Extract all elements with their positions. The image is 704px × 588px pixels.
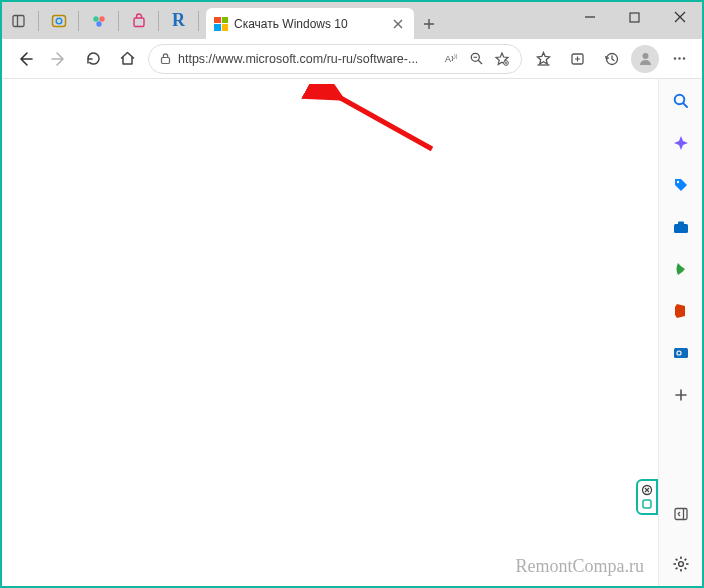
address-bar[interactable]: https://www.microsoft.com/ru-ru/software… <box>148 44 522 74</box>
page-viewport[interactable] <box>2 79 658 586</box>
favorites-button[interactable] <box>526 42 560 76</box>
menu-button[interactable] <box>662 42 696 76</box>
svg-line-43 <box>675 568 677 570</box>
svg-line-24 <box>337 96 432 149</box>
svg-rect-26 <box>643 500 651 508</box>
new-tab-button[interactable] <box>414 8 444 39</box>
svg-rect-2 <box>52 15 65 26</box>
sidebar-search-icon[interactable] <box>667 87 695 115</box>
svg-point-20 <box>642 53 648 59</box>
address-url: https://www.microsoft.com/ru-ru/software… <box>178 52 431 66</box>
svg-rect-0 <box>13 15 24 26</box>
annotation-arrow <box>282 84 442 164</box>
minimize-button[interactable] <box>567 2 612 32</box>
svg-rect-7 <box>134 18 144 27</box>
svg-rect-35 <box>675 509 687 520</box>
svg-point-5 <box>99 16 104 21</box>
separator <box>78 11 79 31</box>
pinned-app-icon[interactable] <box>82 3 115 39</box>
svg-point-36 <box>678 562 683 567</box>
avatar-icon <box>631 45 659 73</box>
pinned-bag-icon[interactable] <box>122 3 155 39</box>
sidebar-outlook-icon[interactable] <box>667 339 695 367</box>
separator <box>158 11 159 31</box>
tab-title: Скачать Windows 10 <box>234 17 348 31</box>
svg-point-34 <box>677 352 680 355</box>
maximize-button[interactable] <box>612 2 657 32</box>
home-button[interactable] <box>110 42 144 76</box>
svg-line-14 <box>478 60 482 64</box>
sidebar-settings-button[interactable] <box>667 550 695 578</box>
tab-actions-button[interactable] <box>2 3 35 39</box>
separator <box>198 11 199 31</box>
svg-point-29 <box>676 181 678 183</box>
lock-icon <box>159 52 172 65</box>
sidebar-games-icon[interactable] <box>667 255 695 283</box>
sidebar-tools-icon[interactable] <box>667 213 695 241</box>
sidebar-discover-icon[interactable] <box>667 129 695 157</box>
svg-rect-10 <box>162 58 170 64</box>
refresh-button[interactable] <box>76 42 110 76</box>
floating-badge[interactable] <box>636 479 658 515</box>
sidebar-collapse-button[interactable] <box>667 500 695 528</box>
pinned-mail-icon[interactable] <box>42 3 75 39</box>
profile-button[interactable] <box>628 42 662 76</box>
sidebar-office-icon[interactable] <box>667 297 695 325</box>
navigation-toolbar: https://www.microsoft.com/ru-ru/software… <box>2 39 702 79</box>
svg-text:A: A <box>445 54 451 64</box>
title-bar: R Скачать Windows 10 <box>2 2 702 39</box>
content-area <box>2 79 702 586</box>
separator <box>118 11 119 31</box>
browser-window: R Скачать Windows 10 <box>0 0 704 588</box>
svg-rect-9 <box>630 13 639 22</box>
svg-point-6 <box>96 21 101 26</box>
pinned-r-icon[interactable]: R <box>162 3 195 39</box>
history-button[interactable] <box>594 42 628 76</box>
svg-point-21 <box>673 57 675 59</box>
window-controls <box>567 2 702 39</box>
title-bar-left: R <box>2 2 202 39</box>
svg-line-42 <box>684 568 686 570</box>
tab-close-button[interactable] <box>390 16 406 32</box>
back-button[interactable] <box>8 42 42 76</box>
svg-rect-31 <box>678 222 684 225</box>
svg-line-44 <box>684 559 686 561</box>
svg-text:)): )) <box>454 53 458 59</box>
titlebar-drag-area[interactable] <box>444 2 567 39</box>
zoom-button[interactable] <box>463 42 489 76</box>
svg-point-3 <box>56 18 62 24</box>
edge-sidebar <box>658 79 702 586</box>
svg-line-41 <box>675 559 677 561</box>
microsoft-favicon <box>214 17 228 31</box>
separator <box>38 11 39 31</box>
svg-point-4 <box>93 16 98 21</box>
svg-line-28 <box>683 103 687 107</box>
svg-point-22 <box>678 57 680 59</box>
r-glyph: R <box>172 10 185 31</box>
sidebar-shopping-icon[interactable] <box>667 171 695 199</box>
read-aloud-button[interactable]: A)) <box>437 42 463 76</box>
favorite-star-button[interactable] <box>489 42 515 76</box>
watermark-text: RemontCompa.ru <box>516 556 645 577</box>
svg-rect-30 <box>674 224 688 233</box>
browser-tab-active[interactable]: Скачать Windows 10 <box>206 8 414 39</box>
close-button[interactable] <box>657 2 702 32</box>
svg-point-23 <box>682 57 684 59</box>
collections-button[interactable] <box>560 42 594 76</box>
sidebar-add-button[interactable] <box>667 381 695 409</box>
forward-button[interactable] <box>42 42 76 76</box>
